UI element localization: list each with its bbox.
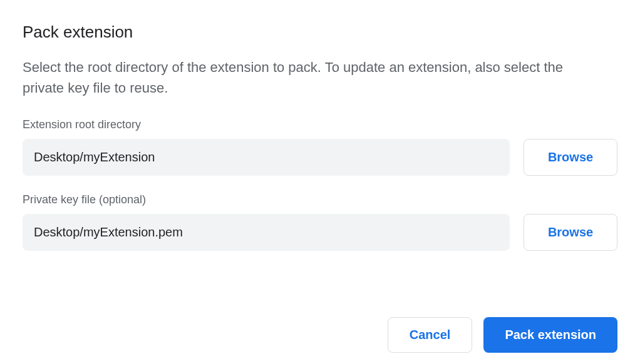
root-directory-field-group: Extension root directory Browse	[23, 118, 617, 176]
cancel-button[interactable]: Cancel	[388, 317, 473, 353]
dialog-title: Pack extension	[23, 23, 617, 42]
root-directory-label: Extension root directory	[23, 118, 617, 131]
dialog-description: Select the root directory of the extensi…	[23, 57, 599, 98]
private-key-label: Private key file (optional)	[23, 193, 617, 206]
dialog-footer: Cancel Pack extension	[388, 317, 617, 353]
private-key-input[interactable]	[23, 214, 510, 251]
root-directory-input[interactable]	[23, 139, 510, 176]
pack-extension-button[interactable]: Pack extension	[483, 317, 617, 353]
private-key-row: Browse	[23, 214, 617, 251]
root-directory-row: Browse	[23, 139, 617, 176]
private-key-browse-button[interactable]: Browse	[524, 214, 617, 251]
root-directory-browse-button[interactable]: Browse	[524, 139, 617, 176]
private-key-field-group: Private key file (optional) Browse	[23, 193, 617, 251]
